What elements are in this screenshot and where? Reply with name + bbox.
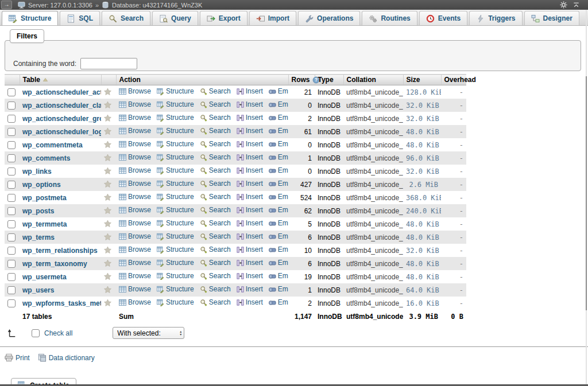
insert-action-link[interactable]: Insert [237, 298, 263, 306]
structure-action-link[interactable]: Structure [157, 140, 194, 148]
check-all-label[interactable]: Check all [44, 329, 72, 337]
row-checkbox[interactable] [7, 247, 16, 255]
row-checkbox[interactable] [7, 273, 16, 281]
browse-action-link[interactable]: Browse [119, 87, 151, 95]
favorite-star-icon[interactable] [104, 167, 111, 174]
empty-action-link[interactable]: Empty [269, 166, 288, 174]
favorite-star-icon[interactable] [104, 246, 111, 254]
insert-action-link[interactable]: Insert [237, 166, 263, 174]
empty-action-link[interactable]: Empty [269, 298, 288, 306]
search-action-link[interactable]: Search [200, 127, 231, 135]
favorite-star-icon[interactable] [104, 220, 111, 227]
structure-action-link[interactable]: Structure [157, 114, 194, 122]
browse-action-link[interactable]: Browse [119, 245, 151, 254]
browse-action-link[interactable]: Browse [119, 193, 151, 201]
search-action-link[interactable]: Search [200, 87, 231, 95]
table-name-link[interactable]: wp_term_taxonomy [22, 260, 87, 268]
table-name-link[interactable]: wp_posts [22, 207, 54, 215]
favorite-star-icon[interactable] [104, 272, 111, 280]
row-checkbox[interactable] [7, 299, 16, 307]
browse-action-link[interactable]: Browse [119, 166, 151, 174]
tab-search[interactable]: Search [102, 11, 150, 25]
tab-sql[interactable]: SQL [60, 11, 100, 25]
empty-action-link[interactable]: Empty [269, 245, 288, 254]
empty-action-link[interactable]: Empty [269, 180, 288, 188]
favorite-star-icon[interactable] [104, 101, 111, 108]
row-checkbox[interactable] [7, 181, 16, 189]
table-name-link[interactable]: wp_terms [22, 233, 55, 241]
browse-action-link[interactable]: Browse [119, 206, 151, 214]
row-checkbox[interactable] [7, 233, 16, 241]
favorite-star-icon[interactable] [104, 233, 111, 240]
structure-action-link[interactable]: Structure [157, 180, 194, 188]
empty-action-link[interactable]: Empty [269, 140, 288, 148]
header-type[interactable]: Type [315, 75, 343, 85]
structure-action-link[interactable]: Structure [157, 285, 194, 293]
table-name-link[interactable]: wp_users [22, 286, 54, 294]
tab-triggers[interactable]: Triggers [469, 11, 522, 25]
favorite-star-icon[interactable] [104, 141, 111, 148]
tab-designer[interactable]: Designer [524, 11, 579, 25]
structure-action-link[interactable]: Structure [157, 298, 194, 306]
tab-structure[interactable]: Structure [2, 11, 58, 25]
empty-action-link[interactable]: Empty [269, 114, 288, 122]
search-action-link[interactable]: Search [200, 272, 231, 280]
empty-action-link[interactable]: Empty [269, 259, 288, 267]
structure-action-link[interactable]: Structure [157, 100, 194, 108]
header-overhead[interactable]: Overhead [441, 75, 466, 85]
sidebar-toggle-button[interactable]: → [1, 1, 12, 9]
row-checkbox[interactable] [7, 286, 16, 294]
table-name-link[interactable]: wp_actionscheduler_logs [22, 128, 101, 136]
empty-action-link[interactable]: Empty [269, 272, 288, 280]
table-name-link[interactable]: wp_wpforms_tasks_meta [22, 299, 101, 307]
database-breadcrumb[interactable]: Database: u432174166_WnZ3K [112, 2, 202, 9]
with-selected-dropdown[interactable]: With selected: ▴▾ [113, 327, 184, 339]
data-dictionary-link[interactable]: Data dictionary [38, 353, 95, 362]
structure-action-link[interactable]: Structure [157, 153, 194, 161]
search-action-link[interactable]: Search [200, 180, 231, 188]
row-checkbox[interactable] [7, 194, 16, 202]
collapse-topbar-icon[interactable] [572, 1, 580, 9]
table-name-link[interactable]: wp_actionscheduler_actions [22, 88, 101, 96]
row-checkbox[interactable] [7, 102, 16, 110]
browse-action-link[interactable]: Browse [119, 259, 151, 267]
tab-import[interactable]: Import [249, 11, 296, 25]
row-checkbox[interactable] [7, 141, 16, 149]
row-checkbox[interactable] [7, 154, 16, 162]
browse-action-link[interactable]: Browse [119, 127, 151, 135]
favorite-star-icon[interactable] [104, 88, 111, 95]
search-action-link[interactable]: Search [200, 232, 231, 240]
empty-action-link[interactable]: Empty [269, 100, 288, 108]
insert-action-link[interactable]: Insert [237, 153, 263, 161]
insert-action-link[interactable]: Insert [237, 245, 263, 254]
tab-events[interactable]: Events [419, 11, 467, 25]
insert-action-link[interactable]: Insert [237, 193, 263, 201]
search-action-link[interactable]: Search [200, 219, 231, 227]
empty-action-link[interactable]: Empty [269, 219, 288, 227]
tab-routines[interactable]: Routines [362, 11, 417, 25]
browse-action-link[interactable]: Browse [119, 140, 151, 148]
server-breadcrumb[interactable]: Server: 127.0.0.1:3306 [28, 2, 92, 9]
insert-action-link[interactable]: Insert [237, 285, 263, 293]
favorite-star-icon[interactable] [104, 154, 111, 161]
table-name-link[interactable]: wp_comments [22, 154, 70, 162]
structure-action-link[interactable]: Structure [157, 232, 194, 240]
search-action-link[interactable]: Search [200, 193, 231, 201]
favorite-star-icon[interactable] [104, 286, 111, 293]
check-all-checkbox[interactable] [32, 329, 40, 337]
favorite-star-icon[interactable] [104, 193, 111, 201]
favorite-star-icon[interactable] [104, 127, 111, 135]
browse-action-link[interactable]: Browse [119, 232, 151, 240]
insert-action-link[interactable]: Insert [237, 87, 263, 95]
tab-query[interactable]: Query [152, 11, 198, 25]
insert-action-link[interactable]: Insert [237, 127, 263, 135]
browse-action-link[interactable]: Browse [119, 180, 151, 188]
tab-operations[interactable]: Operations [298, 11, 360, 25]
table-name-link[interactable]: wp_actionscheduler_claims [22, 102, 101, 110]
insert-action-link[interactable]: Insert [237, 232, 263, 240]
structure-action-link[interactable]: Structure [157, 193, 194, 201]
tab-export[interactable]: Export [200, 11, 247, 25]
table-name-link[interactable]: wp_termmeta [22, 220, 67, 228]
row-checkbox[interactable] [7, 207, 16, 215]
insert-action-link[interactable]: Insert [237, 219, 263, 227]
